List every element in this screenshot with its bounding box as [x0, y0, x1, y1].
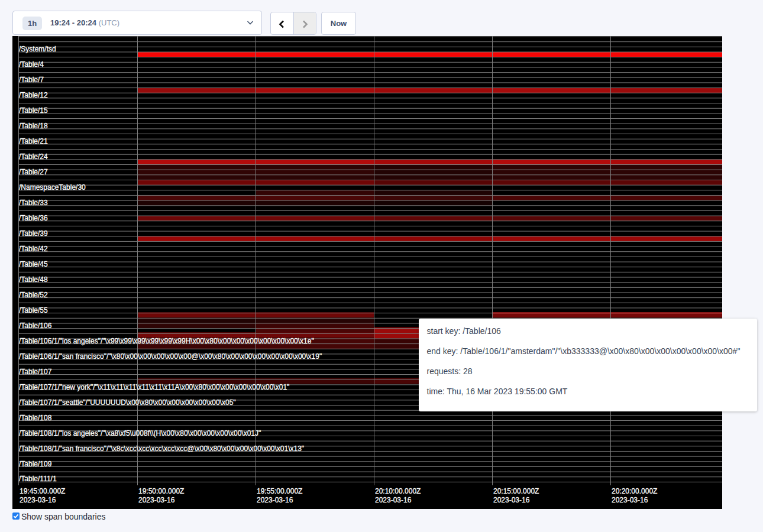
svg-text:/Table/15: /Table/15: [19, 106, 48, 115]
svg-text:/Table/12: /Table/12: [19, 91, 48, 99]
svg-text:/Table/4: /Table/4: [19, 60, 44, 69]
svg-text:/Table/48: /Table/48: [19, 275, 48, 284]
svg-text:2023-03-16: 2023-03-16: [138, 496, 175, 504]
svg-text:2023-03-16: 2023-03-16: [612, 496, 648, 504]
svg-text:/Table/111/1: /Table/111/1: [19, 475, 57, 483]
svg-text:/Table/24: /Table/24: [19, 153, 48, 161]
svg-text:20:10:00.000Z: 20:10:00.000Z: [375, 487, 421, 495]
svg-text:/Table/36: /Table/36: [19, 214, 48, 222]
svg-text:/Table/39: /Table/39: [19, 229, 48, 238]
svg-text:2023-03-16: 2023-03-16: [493, 496, 530, 504]
svg-text:/Table/106/1/"los angeles"/"\x: /Table/106/1/"los angeles"/"\x99\x99\x99…: [19, 337, 314, 345]
svg-text:/Table/18: /Table/18: [19, 122, 48, 130]
svg-text:/Table/109: /Table/109: [19, 460, 52, 468]
svg-text:/System/tsd: /System/tsd: [19, 45, 56, 53]
svg-text:2023-03-16: 2023-03-16: [20, 496, 56, 504]
svg-text:/Table/108: /Table/108: [19, 414, 52, 422]
svg-text:/NamespaceTable/30: /NamespaceTable/30: [19, 183, 86, 192]
svg-text:/Table/106/1/"san francisco"/": /Table/106/1/"san francisco"/"\x80\x00\x…: [19, 352, 322, 361]
svg-text:2023-03-16: 2023-03-16: [257, 496, 293, 504]
svg-text:/Table/45: /Table/45: [19, 260, 48, 268]
svg-text:/Table/55: /Table/55: [19, 306, 48, 314]
svg-text:/Table/107: /Table/107: [19, 368, 52, 376]
svg-text:/Table/27: /Table/27: [19, 168, 48, 176]
svg-text:20:15:00.000Z: 20:15:00.000Z: [493, 487, 539, 495]
svg-text:/Table/7: /Table/7: [19, 76, 44, 84]
svg-text:/Table/107/1/"seattle"/"UUUUUU: /Table/107/1/"seattle"/"UUUUUUD\x00\x80\…: [19, 398, 236, 407]
svg-text:/Table/33: /Table/33: [19, 199, 48, 207]
svg-text:20:20:00.000Z: 20:20:00.000Z: [612, 487, 657, 495]
svg-text:19:45:00.000Z: 19:45:00.000Z: [20, 487, 65, 495]
svg-text:19:55:00.000Z: 19:55:00.000Z: [257, 487, 302, 495]
svg-text:/Table/106: /Table/106: [19, 322, 52, 330]
svg-text:/Table/107/1/"new york"/"\x11\: /Table/107/1/"new york"/"\x11\x11\x11\x1…: [19, 383, 289, 391]
svg-text:/Table/21: /Table/21: [19, 137, 48, 145]
svg-text:19:50:00.000Z: 19:50:00.000Z: [138, 487, 184, 495]
svg-text:/Table/108/1/"los angeles"/"\x: /Table/108/1/"los angeles"/"\xa8\xf5\u00…: [19, 429, 261, 437]
svg-text:/Table/52: /Table/52: [19, 291, 48, 299]
svg-text:2023-03-16: 2023-03-16: [375, 496, 412, 504]
svg-text:/Table/108/1/"san francisco"/": /Table/108/1/"san francisco"/"\x8c\xcc\x…: [19, 445, 304, 453]
svg-text:/Table/42: /Table/42: [19, 245, 48, 253]
